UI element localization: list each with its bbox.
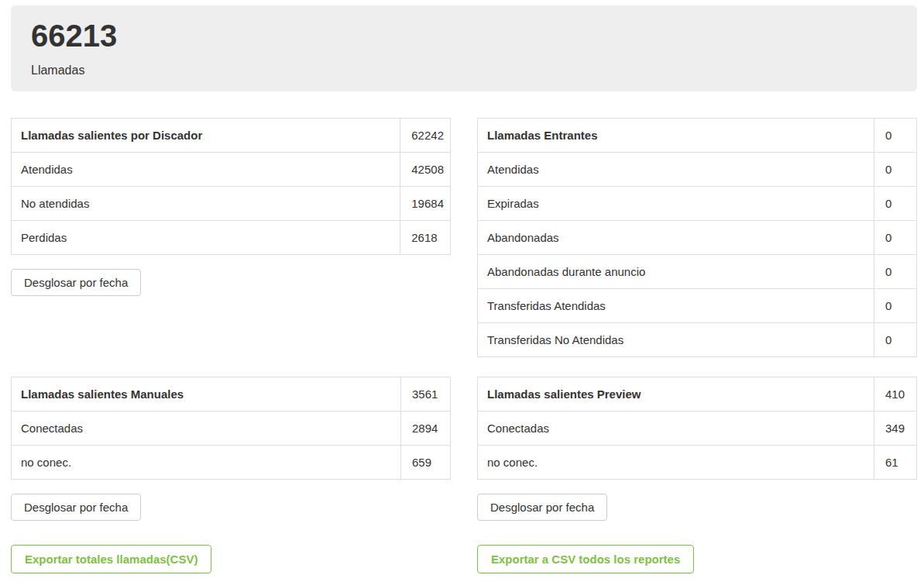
stat-label: Abandonadas durante anuncio xyxy=(478,255,874,289)
table-total-value: 3561 xyxy=(401,377,451,412)
table-salientes-manuales: Llamadas salientes Manuales 3561 Conecta… xyxy=(11,377,451,480)
table-row: Transferidas No Atendidas 0 xyxy=(478,323,917,357)
stat-value: 659 xyxy=(401,446,451,480)
table-row: Expiradas 0 xyxy=(478,187,917,221)
table-row: no conec. 659 xyxy=(12,446,451,480)
report-page: 66213 Llamadas Llamadas salientes por Di… xyxy=(0,0,924,582)
panel-actions: Desglosar por fecha xyxy=(477,480,917,521)
export-todos-reportes-button[interactable]: Exportar a CSV todos los reportes xyxy=(477,545,694,573)
stat-value: 2894 xyxy=(401,412,451,446)
stat-value: 0 xyxy=(874,255,917,289)
table-header-row: Llamadas salientes por Discador 62242 xyxy=(12,119,451,153)
stat-label: Conectadas xyxy=(12,412,401,446)
stat-label: no conec. xyxy=(478,446,874,480)
stats-grid: Llamadas salientes por Discador 62242 At… xyxy=(11,118,917,573)
table-title: Llamadas Entrantes xyxy=(478,119,874,153)
panel-export: Exportar a CSV todos los reportes xyxy=(477,521,917,573)
panel-salientes-preview: Llamadas salientes Preview 410 Conectada… xyxy=(477,377,917,573)
table-total-value: 0 xyxy=(874,119,917,153)
stat-label: Atendidas xyxy=(12,153,400,187)
table-total-value: 410 xyxy=(874,377,917,412)
stat-label: Expiradas xyxy=(478,187,874,221)
stat-label: Abandonadas xyxy=(478,221,874,255)
table-title: Llamadas salientes por Discador xyxy=(12,119,400,153)
table-row: Conectadas 2894 xyxy=(12,412,451,446)
stat-label: no conec. xyxy=(12,446,401,480)
stat-label: Transferidas Atendidas xyxy=(478,289,874,323)
table-row: Abandonadas 0 xyxy=(478,221,917,255)
stat-label: Conectadas xyxy=(478,412,874,446)
desglosar-preview-button[interactable]: Desglosar por fecha xyxy=(477,494,607,521)
stat-value: 2618 xyxy=(400,221,451,255)
export-totales-csv-button[interactable]: Exportar totales llamadas(CSV) xyxy=(11,545,211,573)
desglosar-manuales-button[interactable]: Desglosar por fecha xyxy=(11,494,141,521)
table-total-value: 62242 xyxy=(400,119,451,153)
panel-actions: Desglosar por fecha xyxy=(11,480,451,521)
stat-value: 0 xyxy=(874,323,917,357)
table-row: Transferidas Atendidas 0 xyxy=(478,289,917,323)
table-entrantes: Llamadas Entrantes 0 Atendidas 0 Expirad… xyxy=(477,118,917,357)
table-row: Atendidas 0 xyxy=(478,153,917,187)
table-row: Perdidas 2618 xyxy=(12,221,451,255)
summary-panel: 66213 Llamadas xyxy=(11,5,917,91)
table-header-row: Llamadas Entrantes 0 xyxy=(478,119,917,153)
desglosar-discador-button[interactable]: Desglosar por fecha xyxy=(11,269,141,296)
panel-export: Exportar totales llamadas(CSV) xyxy=(11,521,451,573)
table-header-row: Llamadas salientes Manuales 3561 xyxy=(12,377,451,412)
table-header-row: Llamadas salientes Preview 410 xyxy=(478,377,917,412)
stat-label: Transferidas No Atendidas xyxy=(478,323,874,357)
table-title: Llamadas salientes Manuales xyxy=(12,377,401,412)
stat-value: 0 xyxy=(874,187,917,221)
table-title: Llamadas salientes Preview xyxy=(478,377,874,412)
table-row: no conec. 61 xyxy=(478,446,917,480)
stat-value: 0 xyxy=(874,153,917,187)
table-row: Atendidas 42508 xyxy=(12,153,451,187)
panel-entrantes: Llamadas Entrantes 0 Atendidas 0 Expirad… xyxy=(477,118,917,357)
panel-salientes-manuales: Llamadas salientes Manuales 3561 Conecta… xyxy=(11,377,451,573)
table-salientes-preview: Llamadas salientes Preview 410 Conectada… xyxy=(477,377,917,480)
panel-salientes-discador: Llamadas salientes por Discador 62242 At… xyxy=(11,118,451,296)
table-salientes-discador: Llamadas salientes por Discador 62242 At… xyxy=(11,118,451,255)
total-calls-label: Llamadas xyxy=(31,64,897,77)
stat-value: 349 xyxy=(874,412,917,446)
stat-label: Perdidas xyxy=(12,221,400,255)
table-row: No atendidas 19684 xyxy=(12,187,451,221)
stat-label: Atendidas xyxy=(478,153,874,187)
table-row: Conectadas 349 xyxy=(478,412,917,446)
stat-value: 0 xyxy=(874,289,917,323)
stat-value: 61 xyxy=(874,446,917,480)
stat-label: No atendidas xyxy=(12,187,400,221)
stat-value: 42508 xyxy=(400,153,451,187)
stat-value: 0 xyxy=(874,221,917,255)
table-row: Abandonadas durante anuncio 0 xyxy=(478,255,917,289)
total-calls-number: 66213 xyxy=(31,18,897,53)
stat-value: 19684 xyxy=(400,187,451,221)
